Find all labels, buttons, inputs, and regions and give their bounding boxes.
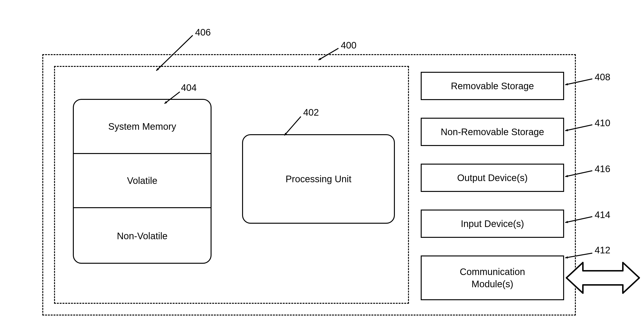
ref-400: 400 [341, 40, 356, 51]
ref-410: 410 [595, 118, 610, 128]
communication-modules-box: Communication Module(s) [421, 255, 564, 300]
ref-412: 412 [595, 245, 610, 255]
communication-modules-label: Communication Module(s) [460, 266, 525, 290]
ref-402: 402 [303, 107, 319, 118]
ref-404: 404 [181, 82, 197, 93]
removable-storage-box: Removable Storage [421, 72, 564, 100]
removable-storage-label: Removable Storage [451, 81, 534, 91]
diagram-canvas: System Memory Volatile Non-Volatile Proc… [0, 0, 644, 332]
output-devices-box: Output Device(s) [421, 164, 564, 192]
nonremovable-storage-box: Non-Removable Storage [421, 118, 564, 146]
input-devices-label: Input Device(s) [461, 219, 524, 229]
processing-unit-box: Processing Unit [242, 134, 395, 224]
bidirectional-arrow-icon [566, 255, 639, 300]
nonvolatile-label: Non-Volatile [74, 208, 210, 264]
ref-408: 408 [595, 72, 610, 82]
system-memory-label: System Memory [74, 100, 210, 153]
svg-marker-0 [566, 263, 639, 293]
nonremovable-storage-label: Non-Removable Storage [441, 127, 544, 137]
processing-unit-label: Processing Unit [286, 174, 352, 184]
output-devices-label: Output Device(s) [457, 173, 528, 183]
ref-414: 414 [595, 210, 610, 220]
volatile-label: Volatile [74, 154, 210, 207]
system-memory-box: System Memory Volatile Non-Volatile [73, 99, 212, 264]
ref-416: 416 [595, 164, 610, 174]
input-devices-box: Input Device(s) [421, 210, 564, 238]
ref-406: 406 [195, 27, 211, 38]
